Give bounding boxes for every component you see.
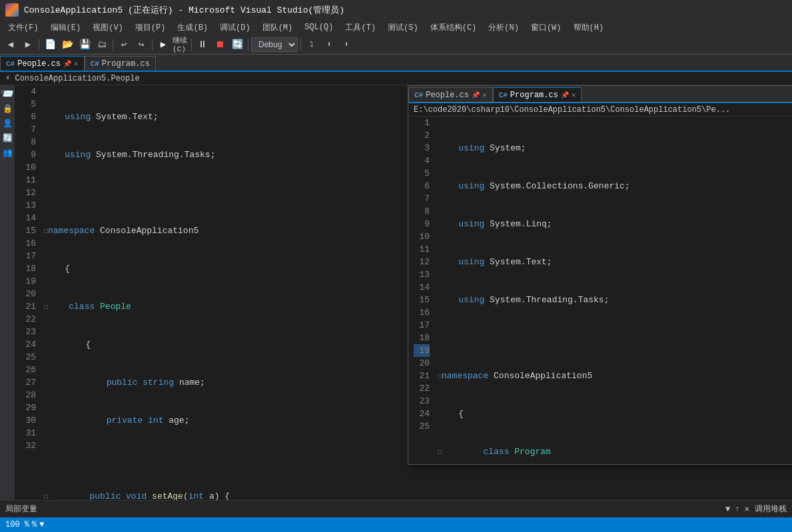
menu-file[interactable]: 文件(F): [3, 21, 44, 35]
activity-people[interactable]: 👤: [1, 117, 13, 129]
menu-analyze[interactable]: 分析(N): [483, 21, 524, 35]
float-breadcrumb: E:\code2020\csharp10\ConsoleApplication5…: [408, 103, 792, 117]
float-editor[interactable]: C# People.cs 📌 ✕ C# Program.cs 📌 ✕ E:\co…: [408, 85, 792, 465]
menu-test[interactable]: 测试(S): [382, 21, 424, 35]
float-tab-people-label: People.cs: [426, 91, 469, 100]
tab-program-cs[interactable]: C# Program.cs: [85, 56, 156, 71]
tab-cs-icon2: C#: [91, 60, 99, 68]
breadcrumb: ⚡ ConsoleApplication5.People: [0, 72, 792, 85]
float-tab-icon1: C#: [414, 91, 423, 99]
menu-window[interactable]: 窗口(W): [526, 21, 567, 35]
redo-btn[interactable]: ↪: [133, 37, 149, 52]
title-text: ConsoleApplication5 (正在运行) - Microsoft V…: [24, 4, 344, 16]
pause-btn[interactable]: ⏸: [195, 37, 210, 52]
sep6: [300, 39, 301, 51]
activity-send[interactable]: 📨: [1, 88, 13, 100]
activity-bar: 📨 🔒 👤 🔄 👥: [0, 85, 15, 500]
tab-cs-icon: C#: [6, 60, 15, 68]
menu-build[interactable]: 生成(B): [172, 21, 213, 35]
save-btn[interactable]: 💾: [77, 37, 93, 52]
activity-lock[interactable]: 🔒: [1, 103, 13, 115]
stop-btn[interactable]: ⏹: [212, 37, 228, 52]
back-btn[interactable]: ◀: [3, 37, 19, 52]
menu-view[interactable]: 视图(V): [87, 21, 129, 35]
float-pin2: 📌: [561, 91, 569, 99]
float-tab-program-label: Program.cs: [510, 91, 558, 100]
toolbar: ◀ ▶ 📄 📂 💾 🗂 ↩ ↪ ▶ 继续(C) ⏸ ⏹ 🔄 Debug ⤵ ⬇ …: [0, 35, 792, 55]
forward-btn[interactable]: ▶: [20, 37, 36, 52]
float-code-lines: using System; using System.Collections.G…: [435, 117, 792, 464]
menu-help[interactable]: 帮助(H): [568, 21, 609, 35]
line-numbers-people: 456 78910 111213 14151617 181920 212223 …: [15, 85, 41, 500]
menu-architecture[interactable]: 体系结构(C): [425, 21, 482, 35]
continue-btn[interactable]: 继续(C): [173, 37, 189, 52]
menu-edit[interactable]: 编辑(E): [45, 21, 87, 35]
main-tab-bar: C# People.cs 📌 ✕ C# Program.cs: [0, 55, 792, 72]
float-close2[interactable]: ✕: [572, 91, 576, 99]
float-pin1: 📌: [472, 91, 480, 99]
sep2: [113, 39, 113, 51]
tab-people-label: People.cs: [17, 59, 61, 69]
float-line-numbers: 12345 678910 1112131415 1617181920 21222…: [408, 117, 435, 464]
play-btn[interactable]: ▶: [155, 37, 171, 52]
tab-people-cs[interactable]: C# People.cs 📌 ✕: [0, 56, 85, 71]
float-breadcrumb-text: E:\code2020\csharp10\ConsoleApplication5…: [414, 105, 730, 115]
sep4: [191, 39, 192, 51]
menu-project[interactable]: 项目(P): [130, 21, 171, 35]
float-tab-icon2: C#: [499, 91, 508, 99]
float-tab-program[interactable]: C# Program.cs 📌 ✕: [493, 87, 582, 102]
menu-bar: 文件(F) 编辑(E) 视图(V) 项目(P) 生成(B) 调试(D) 团队(M…: [0, 20, 792, 35]
step-into-btn[interactable]: ⬇: [321, 37, 337, 52]
step-over-btn[interactable]: ⤵: [304, 37, 320, 52]
pin-icon: 📌: [63, 60, 71, 68]
step-out-btn[interactable]: ⬆: [338, 37, 354, 52]
activity-refresh[interactable]: 🔄: [1, 132, 13, 144]
sep3: [152, 39, 153, 51]
float-tab-bar: C# People.cs 📌 ✕ C# Program.cs 📌 ✕: [408, 86, 792, 103]
undo-btn[interactable]: ↩: [116, 37, 132, 52]
float-tab-people[interactable]: C# People.cs 📌 ✕: [408, 87, 493, 102]
activity-member[interactable]: 👥: [1, 146, 13, 158]
float-close1[interactable]: ✕: [482, 91, 487, 99]
sep5: [248, 39, 248, 51]
open-btn[interactable]: 📂: [59, 37, 75, 52]
float-code-area[interactable]: 12345 678910 1112131415 1617181920 21222…: [408, 117, 792, 464]
sep1: [39, 39, 39, 51]
restart-btn[interactable]: 🔄: [229, 37, 245, 52]
main-area: 📨 🔒 👤 🔄 👥 456 78910 111213 14151617 1819…: [0, 85, 792, 500]
menu-tools[interactable]: 工具(T): [340, 21, 381, 35]
menu-debug[interactable]: 调试(D): [214, 21, 256, 35]
vs-logo: [5, 3, 19, 17]
new-file-btn[interactable]: 📄: [42, 37, 58, 52]
tab-close-people[interactable]: ✕: [74, 59, 79, 68]
save-all-btn[interactable]: 🗂: [94, 37, 110, 52]
editor-area: 456 78910 111213 14151617 181920 212223 …: [15, 85, 792, 500]
breadcrumb-text: ⚡ ConsoleApplication5.People: [5, 73, 140, 83]
menu-sql[interactable]: SQL(Q): [299, 21, 338, 33]
debug-mode-select[interactable]: Debug: [251, 37, 298, 52]
title-bar: ConsoleApplication5 (正在运行) - Microsoft V…: [0, 0, 792, 20]
tab-program-label: Program.cs: [102, 59, 150, 69]
menu-team[interactable]: 团队(M): [257, 21, 298, 35]
